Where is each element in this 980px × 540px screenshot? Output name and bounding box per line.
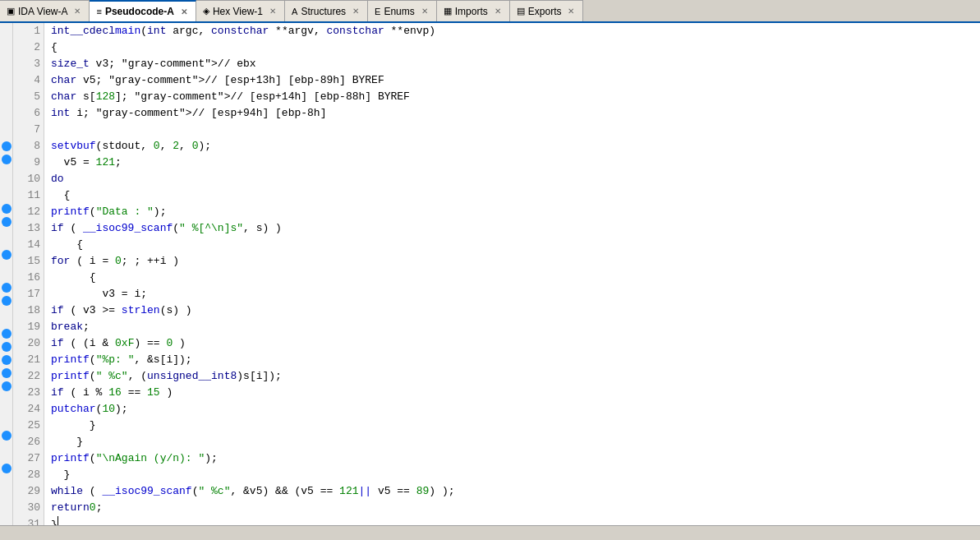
- tab-ida-view-a[interactable]: ▣IDA View-A✕: [0, 0, 90, 21]
- code-line-29: while ( __isoc99_scanf(" %c", &v5) && (v…: [51, 483, 973, 500]
- ida-view-a-close[interactable]: ✕: [72, 7, 82, 16]
- code-line-10: do: [51, 171, 973, 187]
- code-line-16: {: [51, 270, 973, 286]
- enums-label: Enums: [384, 6, 414, 17]
- bp-indicator-1[interactable]: [0, 23, 12, 39]
- line-num-5: 5: [16, 89, 40, 105]
- line-num-10: 10: [16, 171, 40, 187]
- line-num-9: 9: [16, 155, 40, 171]
- imports-close[interactable]: ✕: [493, 7, 503, 16]
- line-num-29: 29: [16, 483, 40, 500]
- bp-indicator-25[interactable]: [0, 395, 12, 411]
- line-num-6: 6: [16, 105, 40, 122]
- bp-indicator-16[interactable]: [0, 263, 12, 279]
- structures-label: Structures: [301, 6, 346, 17]
- bp-indicator-8[interactable]: [2, 141, 12, 151]
- line-num-31: 31: [16, 516, 40, 525]
- bp-indicator-2[interactable]: [0, 39, 12, 56]
- bp-indicator-7[interactable]: [0, 122, 12, 138]
- line-num-20: 20: [16, 335, 40, 352]
- tab-hex-view-1[interactable]: ◈Hex View-1✕: [196, 0, 285, 21]
- status-bar: [0, 525, 980, 540]
- line-num-26: 26: [16, 434, 40, 450]
- line-num-2: 2: [16, 39, 40, 56]
- line-num-22: 22: [16, 368, 40, 385]
- bp-indicator-9[interactable]: [2, 155, 12, 164]
- bp-indicator-3[interactable]: [0, 56, 12, 72]
- code-line-18: if ( v3 >= strlen(s) ): [51, 302, 973, 319]
- tab-bar: ▣IDA View-A✕≡Pseudocode-A✕◈Hex View-1✕AS…: [0, 0, 980, 23]
- bp-indicator-6[interactable]: [0, 105, 12, 122]
- bp-indicator-24[interactable]: [2, 381, 12, 391]
- code-line-19: break;: [51, 319, 973, 335]
- code-line-3: size_t v3; "gray-comment">// ebx: [51, 56, 973, 72]
- line-num-27: 27: [16, 450, 40, 467]
- bp-indicator-23[interactable]: [2, 368, 12, 378]
- line-num-14: 14: [16, 237, 40, 253]
- line-num-21: 21: [16, 352, 40, 368]
- structures-icon: A: [292, 7, 297, 16]
- line-num-11: 11: [16, 187, 40, 204]
- tab-imports[interactable]: ▦Imports✕: [437, 0, 510, 21]
- pseudocode-a-icon: ≡: [96, 7, 101, 16]
- bp-indicator-27[interactable]: [2, 431, 12, 441]
- bp-indicator-29[interactable]: [2, 464, 12, 473]
- code-line-4: char v5; "gray-comment">// [esp+13h] [eb…: [51, 72, 973, 89]
- pseudocode-a-close[interactable]: ✕: [179, 7, 189, 16]
- line-num-24: 24: [16, 401, 40, 418]
- bp-indicator-28[interactable]: [0, 444, 12, 460]
- line-num-19: 19: [16, 319, 40, 335]
- bp-indicator-5[interactable]: [0, 89, 12, 105]
- line-num-8: 8: [16, 138, 40, 155]
- code-line-5: char s[128]; "gray-comment">// [esp+14h]…: [51, 89, 973, 105]
- code-line-27: printf("\nAgain (y/n): ");: [51, 450, 973, 467]
- bp-indicator-19[interactable]: [0, 309, 12, 325]
- code-line-1: int __cdecl main(int argc, const char **…: [51, 23, 973, 39]
- bp-indicator-14[interactable]: [0, 230, 12, 247]
- code-line-21: printf("%p: ", &s[i]);: [51, 352, 973, 368]
- ida-view-a-icon: ▣: [7, 6, 15, 16]
- bp-indicator-4[interactable]: [0, 72, 12, 89]
- breakpoint-column: [0, 23, 13, 525]
- structures-close[interactable]: ✕: [351, 7, 361, 16]
- code-line-9: v5 = 121;: [51, 155, 973, 171]
- line-num-1: 1: [16, 23, 40, 39]
- line-num-7: 7: [16, 122, 40, 138]
- tab-structures[interactable]: AStructures✕: [285, 0, 368, 21]
- hex-view-1-close[interactable]: ✕: [268, 7, 278, 16]
- tab-enums[interactable]: EEnums✕: [368, 0, 437, 21]
- ida-view-a-label: IDA View-A: [18, 6, 67, 17]
- bp-indicator-30[interactable]: [0, 477, 12, 493]
- tab-exports[interactable]: ▤Exports✕: [510, 0, 584, 21]
- text-cursor: [58, 516, 58, 525]
- bp-indicator-21[interactable]: [2, 342, 12, 352]
- enums-close[interactable]: ✕: [420, 7, 430, 16]
- code-line-26: }: [51, 434, 973, 450]
- bp-indicator-18[interactable]: [2, 296, 12, 306]
- bp-indicator-12[interactable]: [2, 204, 12, 214]
- bp-indicator-20[interactable]: [2, 329, 12, 339]
- code-line-22: printf(" %c", (unsigned __int8)s[i]);: [51, 368, 973, 385]
- code-line-7: [51, 122, 973, 138]
- bp-indicator-10[interactable]: [0, 168, 12, 184]
- tab-pseudocode-a[interactable]: ≡Pseudocode-A✕: [90, 0, 196, 21]
- line-num-23: 23: [16, 385, 40, 401]
- bp-indicator-26[interactable]: [0, 411, 12, 427]
- line-num-13: 13: [16, 220, 40, 237]
- code-content[interactable]: int __cdecl main(int argc, const char **…: [44, 23, 980, 525]
- code-line-20: if ( (i & 0xF) == 0 ): [51, 335, 973, 352]
- exports-close[interactable]: ✕: [566, 7, 576, 16]
- bp-indicator-22[interactable]: [2, 355, 12, 365]
- code-line-31: }: [51, 516, 973, 525]
- line-num-4: 4: [16, 72, 40, 89]
- enums-icon: E: [375, 7, 380, 16]
- code-area: 1234567891011121314151617181920212223242…: [0, 23, 980, 525]
- bp-indicator-15[interactable]: [2, 250, 12, 260]
- line-num-25: 25: [16, 418, 40, 434]
- bp-indicator-17[interactable]: [2, 283, 12, 293]
- bp-indicator-13[interactable]: [2, 217, 12, 227]
- code-line-28: }: [51, 467, 973, 483]
- bp-indicator-31[interactable]: [0, 493, 12, 510]
- bp-indicator-11[interactable]: [0, 184, 12, 201]
- hex-view-1-label: Hex View-1: [213, 6, 263, 17]
